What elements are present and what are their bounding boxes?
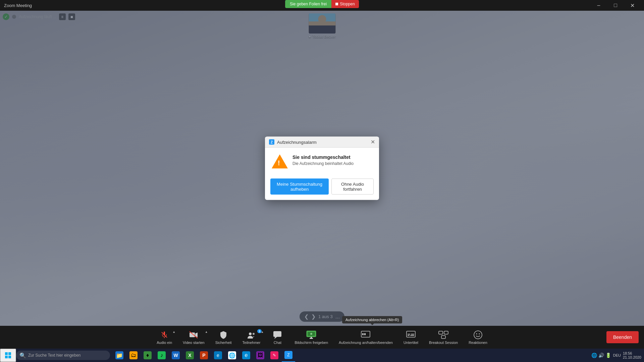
video-label: Video starten — [183, 341, 205, 345]
chat-label: Chat — [274, 341, 281, 345]
windows-logo — [5, 352, 11, 358]
dialog-text: Sie sind stummgeschaltet Die Aufzeichnun… — [292, 155, 372, 166]
sharing-bar: Sie geben Folien frei Stoppen — [285, 0, 359, 8]
svg-rect-24 — [444, 331, 448, 334]
taskbar-search[interactable]: 🔍 Zur Suche Text hier eingeben — [16, 351, 110, 360]
taskbar-right: 🌐 🔊 🔋 DEU 18:56 21.10.2020 — [589, 351, 644, 359]
explorer-icon: 📁 — [115, 351, 123, 359]
svg-point-27 — [476, 333, 477, 334]
record-tooltip: Aufzeichnung abbrechen (Alt+R) — [342, 316, 402, 323]
maximize-button[interactable]: □ — [608, 0, 623, 11]
svg-point-7 — [253, 333, 255, 335]
window-title: Zoom Meeting — [4, 3, 32, 8]
date: 21.10.2020 — [623, 355, 641, 359]
svg-rect-14 — [311, 337, 312, 338]
subtitle-tool[interactable]: Untertitel — [398, 328, 424, 347]
taskbar-app-whiteboard[interactable]: ✎ — [268, 349, 281, 362]
chat-icon — [273, 330, 282, 340]
language-indicator: DEU — [613, 353, 621, 357]
reactions-icon — [474, 330, 482, 340]
share-screen-tool[interactable]: Bildschirm freigeben — [289, 328, 333, 347]
browser2-icon: e — [242, 351, 250, 359]
start-button[interactable] — [0, 349, 16, 362]
taskbar-app-zoom[interactable]: Z — [282, 349, 295, 362]
stop-icon — [335, 3, 338, 5]
chat-tool[interactable]: Chat — [266, 328, 289, 347]
taskbar: 🔍 Zur Suche Text hier eingeben 📁 🗂 ♦ ♪ W… — [0, 349, 644, 362]
breakout-label: Breakout Session — [429, 341, 458, 345]
record-icon — [361, 330, 370, 340]
time: 18:56 — [623, 351, 641, 355]
taskbar-apps: 📁 🗂 ♦ ♪ W X P e 🌐 e 🖼 — [113, 349, 295, 362]
continue-no-audio-button[interactable]: Ohne Audio fortfahren — [331, 179, 374, 195]
warning-icon — [272, 155, 288, 171]
dialog-close-button[interactable]: ✕ — [371, 139, 375, 145]
svg-rect-20 — [411, 334, 414, 335]
dialog-main-text: Sie sind stummgeschaltet — [292, 155, 372, 160]
search-icon: 🔍 — [19, 352, 26, 359]
search-placeholder: Zur Suche Text hier eingeben — [28, 353, 81, 358]
record-tool[interactable]: Aufzeichnung an/halten/beenden — [333, 328, 398, 347]
app1-icon: ♦ — [144, 351, 152, 359]
breakout-tool[interactable]: Breakout Session — [424, 328, 463, 347]
taskbar-app-file-manager[interactable]: 🗂 — [127, 349, 140, 362]
window-controls: – □ ✕ — [591, 0, 640, 11]
participants-arrow: ▲ — [261, 330, 264, 334]
zoom-icon: Z — [284, 351, 292, 359]
audio-tool[interactable]: Audio ein ▲ — [151, 328, 177, 347]
taskbar-app-explorer[interactable]: 📁 — [113, 349, 126, 362]
toolbar: Audio ein ▲ Video starten ▲ Sicherheit — [0, 326, 644, 349]
taskbar-app-word[interactable]: W — [169, 349, 182, 362]
audio-label: Audio ein — [157, 341, 172, 345]
breakout-icon — [438, 330, 448, 340]
word-icon: W — [172, 351, 180, 359]
end-meeting-button[interactable]: Beenden — [606, 331, 639, 343]
participants-icon — [247, 330, 256, 340]
network-icon: 🌐 — [591, 353, 597, 358]
taskbar-app-app1[interactable]: ♦ — [141, 349, 154, 362]
taskbar-app-photos[interactable]: 🖼 — [254, 349, 267, 362]
alert-dialog: Z Aufzeichnungsalarm ✕ Sie sind stummges… — [265, 137, 379, 200]
reactions-tool[interactable]: Reaktionen — [463, 328, 493, 347]
stop-sharing-button[interactable]: Stoppen — [331, 0, 359, 8]
audio-arrow: ▲ — [172, 330, 175, 334]
warning-triangle — [272, 155, 288, 169]
dialog-header-icon: Z — [269, 139, 274, 145]
svg-rect-8 — [273, 331, 281, 337]
participants-tool[interactable]: 1 Teilnehmer ▲ — [237, 328, 266, 347]
dialog-body: Sie sind stummgeschaltet Die Aufzeichnun… — [265, 148, 379, 176]
sharing-label: Sie geben Folien frei — [285, 0, 331, 8]
svg-point-6 — [249, 333, 252, 335]
security-tool[interactable]: Sicherheit — [210, 328, 237, 347]
svg-point-12 — [310, 333, 312, 335]
clock: 18:56 21.10.2020 — [623, 351, 641, 359]
share-label: Bildschirm freigeben — [294, 341, 328, 345]
share-icon — [306, 330, 316, 340]
svg-rect-3 — [190, 333, 195, 337]
unmute-button[interactable]: Meine Stummschaltung aufheben — [270, 179, 329, 195]
taskbar-app-edge[interactable]: e — [211, 349, 225, 362]
svg-rect-19 — [408, 334, 410, 335]
taskbar-app-chrome[interactable]: 🌐 — [225, 349, 239, 362]
svg-rect-25 — [441, 336, 445, 339]
taskbar-app-powerpoint[interactable]: P — [197, 349, 211, 362]
subtitle-label: Untertitel — [404, 341, 418, 345]
video-tool[interactable]: Video starten ▲ — [177, 328, 210, 347]
taskbar-app-excel[interactable]: X — [183, 349, 197, 362]
participants-label: Teilnehmer — [243, 341, 261, 345]
security-icon — [220, 330, 227, 340]
close-button[interactable]: ✕ — [625, 0, 640, 11]
dialog-title: Aufzeichnungsalarm — [277, 139, 368, 144]
spotify-icon: ♪ — [158, 351, 166, 359]
record-label: Aufzeichnung an/halten/beenden — [339, 341, 393, 345]
taskbar-app-browser2[interactable]: e — [239, 349, 253, 362]
taskbar-app-spotify[interactable]: ♪ — [155, 349, 168, 362]
minimize-button[interactable]: – — [591, 0, 606, 11]
svg-marker-9 — [274, 337, 277, 339]
svg-rect-21 — [408, 335, 410, 336]
subtitle-icon — [406, 330, 416, 340]
security-label: Sicherheit — [215, 341, 232, 345]
photos-icon: 🖼 — [256, 351, 264, 359]
system-icons: 🌐 🔊 🔋 — [591, 353, 611, 358]
svg-rect-22 — [410, 335, 414, 336]
